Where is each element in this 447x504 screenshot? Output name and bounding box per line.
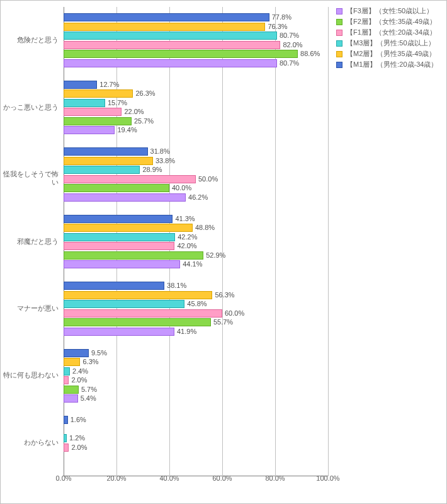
legend-label: 【M3層】（男性:50歳以上） xyxy=(346,38,435,48)
legend-label: 【M2層】（男性35歳-49歳） xyxy=(346,49,436,59)
bar-value-label: 2.4% xyxy=(72,367,88,375)
bar-value-label: 60.0% xyxy=(225,309,244,318)
gridline xyxy=(275,7,276,476)
bar-F1 xyxy=(64,444,69,452)
bar-F1 xyxy=(64,242,174,250)
bar-value-label: 19.4% xyxy=(117,126,137,134)
bar-M2 xyxy=(64,23,265,31)
bar-value-label: 31.8% xyxy=(150,147,170,156)
category-label: 怪我をしそうで怖い xyxy=(1,170,59,186)
bar-F1 xyxy=(64,309,222,318)
bar-value-label: 77.8% xyxy=(272,13,291,21)
bar-value-label: 9.5% xyxy=(91,349,107,357)
bar-value-label: 80.7% xyxy=(280,59,299,67)
legend-label: 【F2層】（女性:35歳-49歳） xyxy=(346,17,436,26)
bar-value-label: 44.1% xyxy=(183,260,202,268)
bar-value-label: 45.8% xyxy=(187,300,207,308)
bar-M1 xyxy=(64,416,68,424)
category-label: 邪魔だと思う xyxy=(1,238,59,246)
legend-item-M3: 【M3層】（男性:50歳以上） xyxy=(336,38,440,49)
bar-F2 xyxy=(64,251,203,260)
bar-M3 xyxy=(64,99,105,107)
bar-M2 xyxy=(64,224,193,232)
bar-value-label: 40.0% xyxy=(172,184,191,192)
legend-swatch xyxy=(336,19,342,25)
bar-M2 xyxy=(64,291,212,299)
x-tick-label: 60.0% xyxy=(207,474,238,482)
legend-label: 【F1層】（女性:20歳-34歳） xyxy=(346,28,436,37)
bar-M3 xyxy=(64,166,140,174)
bar-M3 xyxy=(64,367,70,375)
plot-area: 77.8%76.3%80.7%82.0%88.6%80.7%12.7%26.3%… xyxy=(64,7,328,476)
legend-swatch xyxy=(336,62,342,68)
bar-M1 xyxy=(64,147,148,156)
bar-M1 xyxy=(64,282,164,290)
bar-F1 xyxy=(64,108,122,116)
bar-M2 xyxy=(64,358,80,366)
x-tick-label: 80.0% xyxy=(259,474,291,482)
bar-value-label: 82.0% xyxy=(283,41,302,49)
bar-value-label: 2.0% xyxy=(71,444,87,452)
bar-F3 xyxy=(64,394,78,403)
legend-swatch xyxy=(336,30,342,36)
bar-value-label: 76.3% xyxy=(268,23,287,31)
bar-F3 xyxy=(64,126,115,134)
legend-label: 【M1層】（男性:20歳-34歳） xyxy=(346,60,438,69)
bar-value-label: 1.2% xyxy=(69,434,85,442)
gridline xyxy=(328,7,329,476)
bar-M1 xyxy=(64,81,97,89)
bar-M2 xyxy=(64,157,153,165)
bar-F2 xyxy=(64,117,132,125)
bar-value-label: 1.6% xyxy=(71,416,86,424)
bar-value-label: 12.7% xyxy=(99,81,119,89)
bar-value-label: 5.7% xyxy=(81,386,97,394)
category-label: 危険だと思う xyxy=(1,36,59,44)
bar-value-label: 80.7% xyxy=(280,32,299,40)
bar-value-label: 2.0% xyxy=(71,376,87,384)
bar-F2 xyxy=(64,50,298,58)
bar-F3 xyxy=(64,328,174,336)
bar-value-label: 22.0% xyxy=(124,108,144,116)
bar-value-label: 56.3% xyxy=(215,291,234,299)
bar-F3 xyxy=(64,193,186,202)
bar-M3 xyxy=(64,434,67,442)
bar-value-label: 6.3% xyxy=(82,358,98,366)
legend-item-M1: 【M1層】（男性:20歳-34歳） xyxy=(336,59,440,70)
bar-value-label: 41.9% xyxy=(177,328,196,336)
bar-F1 xyxy=(64,41,280,49)
bar-M1 xyxy=(64,215,173,223)
bar-F3 xyxy=(64,260,180,268)
bar-F2 xyxy=(64,386,79,394)
legend-item-M2: 【M2層】（男性35歳-49歳） xyxy=(336,49,440,59)
bar-value-label: 50.0% xyxy=(198,175,218,183)
category-label: マナーが悪い xyxy=(1,304,59,312)
bar-value-label: 88.6% xyxy=(300,50,320,58)
chart-frame: 77.8%76.3%80.7%82.0%88.6%80.7%12.7%26.3%… xyxy=(0,0,447,504)
bar-value-label: 38.1% xyxy=(167,282,186,290)
x-tick-label: 20.0% xyxy=(101,474,132,482)
bar-value-label: 33.8% xyxy=(156,157,175,165)
legend-swatch xyxy=(336,8,342,14)
bar-value-label: 5.4% xyxy=(81,394,96,403)
bar-value-label: 41.3% xyxy=(175,215,195,223)
bar-value-label: 28.9% xyxy=(142,166,162,174)
bar-value-label: 52.9% xyxy=(206,251,225,260)
legend-item-F3: 【F3層】（女性:50歳以上） xyxy=(336,6,440,16)
bar-value-label: 48.8% xyxy=(195,224,215,232)
category-label: 特に何も思わない xyxy=(1,371,59,379)
gridline xyxy=(222,7,223,476)
category-label: わからない xyxy=(1,438,59,447)
legend-label: 【F3層】（女性:50歳以上） xyxy=(346,6,433,16)
bar-F2 xyxy=(64,184,169,192)
bar-F1 xyxy=(64,376,69,384)
bar-value-label: 46.2% xyxy=(188,193,208,202)
bar-value-label: 42.0% xyxy=(177,242,196,250)
bar-F3 xyxy=(64,59,277,67)
bar-value-label: 15.7% xyxy=(108,99,127,107)
legend-swatch xyxy=(336,51,342,57)
category-label: かっこ悪いと思う xyxy=(1,103,59,112)
legend-swatch xyxy=(336,40,342,47)
bar-M3 xyxy=(64,233,175,241)
x-tick-label: 40.0% xyxy=(154,474,185,482)
bar-M1 xyxy=(64,13,269,21)
